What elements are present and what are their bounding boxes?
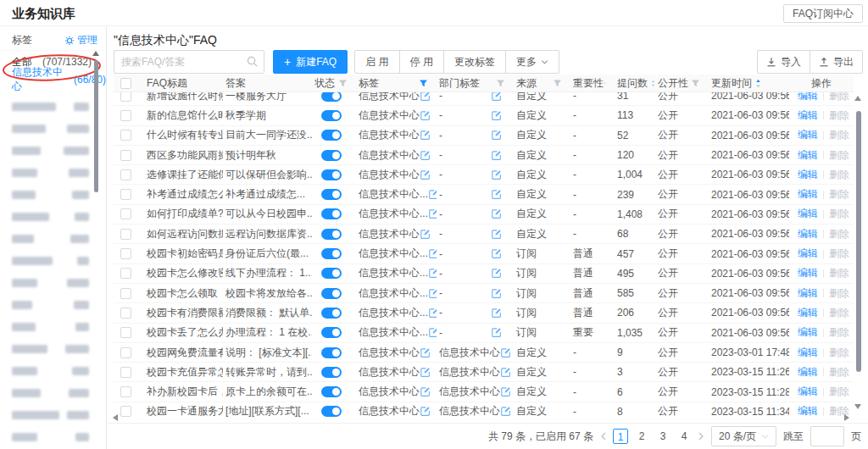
edit-tag-icon[interactable] (428, 268, 437, 279)
change-tag-button[interactable]: 更改标签 (443, 50, 506, 74)
page-size-select[interactable]: 20 条/页 (711, 426, 776, 446)
faq-subscribe-button[interactable]: FAQ订阅中心 (783, 4, 863, 23)
edit-tag-icon[interactable] (420, 92, 431, 102)
delete-link[interactable]: 删除 (829, 286, 849, 301)
edit-tag-icon[interactable] (428, 248, 437, 259)
edit-tag-icon[interactable] (491, 150, 502, 161)
delete-link[interactable]: 删除 (829, 168, 849, 182)
delete-link[interactable]: 删除 (829, 385, 849, 399)
edit-tag-icon[interactable] (491, 268, 502, 279)
edit-link[interactable]: 编辑 (798, 207, 818, 221)
edit-tag-icon[interactable] (500, 386, 511, 397)
edit-link[interactable]: 编辑 (798, 168, 818, 182)
edit-tag-icon[interactable] (428, 288, 437, 299)
sidebar-item-it-center[interactable]: 信息技术中心 (66/80) (0, 71, 106, 88)
table-scroll-left-arrow[interactable] (113, 414, 118, 421)
sidebar-redacted-item[interactable] (0, 162, 106, 184)
row-checkbox[interactable] (120, 92, 131, 102)
edit-tag-icon[interactable] (500, 367, 511, 378)
table-scroll-right-arrow[interactable] (844, 414, 849, 421)
delete-link[interactable]: 删除 (829, 207, 849, 221)
row-checkbox[interactable] (120, 208, 131, 219)
edit-tag-icon[interactable] (491, 169, 502, 180)
sidebar-redacted-item[interactable] (0, 272, 106, 294)
delete-link[interactable]: 删除 (829, 227, 849, 241)
sidebar-redacted-item[interactable] (0, 184, 106, 206)
prev-page-button[interactable] (600, 432, 607, 441)
status-toggle[interactable] (321, 130, 342, 141)
edit-tag-icon[interactable] (428, 189, 437, 200)
sidebar-redacted-item[interactable] (0, 228, 106, 250)
edit-link[interactable]: 编辑 (798, 187, 818, 202)
edit-link[interactable]: 编辑 (798, 286, 818, 301)
sidebar-redacted-item[interactable] (0, 404, 106, 426)
edit-tag-icon[interactable] (491, 92, 502, 102)
edit-tag-icon[interactable] (420, 229, 431, 240)
row-checkbox[interactable] (120, 367, 131, 378)
edit-tag-icon[interactable] (491, 130, 502, 141)
sidebar-redacted-item[interactable] (0, 338, 106, 360)
status-toggle[interactable] (321, 248, 342, 259)
edit-tag-icon[interactable] (491, 308, 502, 319)
edit-link[interactable]: 编辑 (798, 148, 818, 163)
edit-tag-icon[interactable] (420, 406, 431, 417)
filter-icon[interactable] (496, 79, 505, 88)
edit-tag-icon[interactable] (491, 288, 502, 299)
filter-icon[interactable] (553, 79, 562, 88)
status-toggle[interactable] (321, 268, 342, 279)
more-button[interactable]: 更多 (505, 50, 559, 74)
delete-link[interactable]: 删除 (829, 92, 849, 103)
row-checkbox[interactable] (120, 308, 131, 319)
status-toggle[interactable] (321, 327, 342, 338)
edit-tag-icon[interactable] (420, 367, 431, 378)
status-toggle[interactable] (321, 229, 342, 240)
status-toggle[interactable] (321, 347, 342, 358)
search-input[interactable] (114, 50, 264, 74)
delete-link[interactable]: 删除 (829, 346, 849, 360)
sidebar-redacted-item[interactable] (0, 382, 106, 404)
status-toggle[interactable] (321, 308, 342, 319)
row-checkbox[interactable] (120, 130, 131, 141)
sidebar-redacted-item[interactable] (0, 294, 106, 316)
status-toggle[interactable] (321, 367, 342, 378)
delete-link[interactable]: 删除 (829, 325, 849, 340)
row-checkbox[interactable] (120, 288, 131, 299)
table-scroll-down-arrow[interactable] (854, 404, 861, 409)
disable-button[interactable]: 停 用 (399, 50, 444, 74)
filter-icon[interactable] (338, 79, 348, 88)
edit-tag-icon[interactable] (420, 347, 431, 358)
edit-link[interactable]: 编辑 (798, 325, 818, 340)
delete-link[interactable]: 删除 (829, 306, 849, 320)
edit-link[interactable]: 编辑 (798, 365, 818, 380)
export-button[interactable]: 导出 (810, 50, 863, 74)
edit-tag-icon[interactable] (491, 327, 502, 338)
row-checkbox[interactable] (120, 268, 131, 279)
row-checkbox[interactable] (120, 327, 131, 338)
edit-link[interactable]: 编辑 (798, 92, 818, 103)
edit-tag-icon[interactable] (420, 386, 431, 397)
table-scroll-up-arrow[interactable] (854, 96, 861, 101)
delete-link[interactable]: 删除 (829, 247, 849, 261)
jump-page-input[interactable] (810, 426, 844, 446)
status-toggle[interactable] (321, 406, 342, 417)
select-all-checkbox[interactable] (120, 78, 131, 89)
edit-tag-icon[interactable] (491, 208, 502, 219)
row-checkbox[interactable] (120, 406, 131, 417)
sidebar-redacted-item[interactable] (0, 96, 106, 118)
delete-link[interactable]: 删除 (829, 187, 849, 202)
table-vertical-scrollbar-thumb[interactable] (856, 111, 861, 372)
page-button-4[interactable]: 4 (676, 429, 692, 444)
edit-link[interactable]: 编辑 (798, 266, 818, 280)
status-toggle[interactable] (321, 189, 342, 200)
sidebar-redacted-item[interactable] (0, 426, 106, 448)
edit-tag-icon[interactable] (420, 169, 431, 180)
import-button[interactable]: 导入 (757, 50, 810, 74)
status-toggle[interactable] (321, 92, 342, 102)
edit-link[interactable]: 编辑 (798, 128, 818, 142)
row-checkbox[interactable] (120, 229, 131, 240)
edit-link[interactable]: 编辑 (798, 346, 818, 360)
row-checkbox[interactable] (120, 110, 131, 121)
filter-icon[interactable] (604, 79, 606, 88)
status-toggle[interactable] (321, 386, 342, 397)
edit-tag-icon[interactable] (420, 110, 431, 121)
